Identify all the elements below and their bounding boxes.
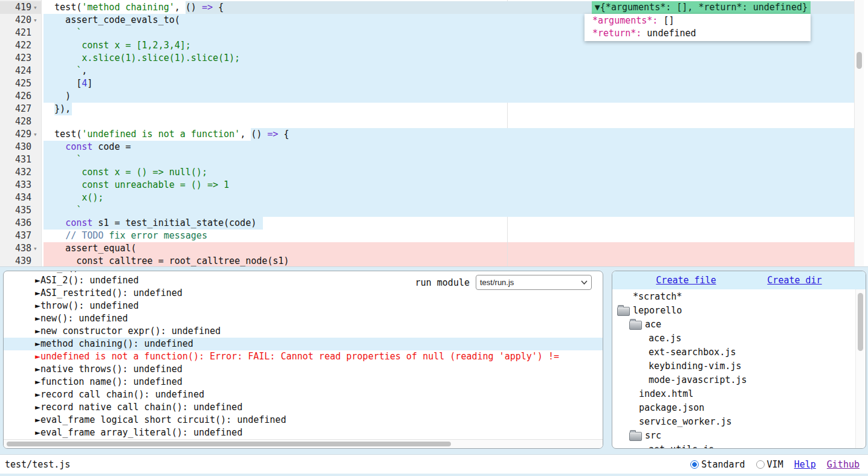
code-token: }), (44, 103, 71, 114)
test-result-item[interactable]: ►eval_frame logical short circuit(): und… (4, 414, 603, 426)
test-result-item[interactable]: ►new(): undefined (4, 312, 603, 325)
gutter-cell: 426 (0, 90, 41, 103)
vim-radio-label: VIM (767, 459, 783, 470)
inspector-row[interactable]: *return*: undefined (585, 27, 811, 40)
run-module-bar: run module test/run.js (415, 275, 592, 290)
code-line[interactable]: ` (44, 204, 82, 217)
gutter-cell: 434 (0, 191, 41, 204)
inspector-popup: *arguments*: [] *return*: undefined (585, 14, 811, 41)
code-line[interactable]: `, (44, 65, 87, 77)
inspector-key: *return*: (587, 28, 641, 39)
tree-item-label: ext-searchbox.js (649, 346, 736, 359)
tree-scrollbar-thumb[interactable] (858, 293, 863, 351)
code-line[interactable]: x(); (44, 191, 103, 204)
inspector-value: undefined (641, 28, 696, 39)
chevron-down-icon (581, 280, 588, 285)
code-token: code = (92, 141, 131, 152)
fold-arrow-icon[interactable]: ▾ (33, 1, 40, 14)
keybinding-vim-radio[interactable]: VIM (756, 459, 783, 470)
tree-folder[interactable]: src (612, 429, 857, 442)
gutter-cell: 428 (0, 115, 41, 128)
code-line[interactable]: const code = (44, 141, 131, 153)
code-token: () (251, 129, 267, 140)
code-token: 4 (82, 78, 87, 89)
line-number: 436 (0, 217, 31, 230)
code-token: const calltree = root_calltree_node(s1) (44, 256, 289, 266)
code-token: s1 = test_initial_state(code) (92, 217, 256, 228)
code-line[interactable]: assert_code_evals_to( (44, 14, 180, 27)
test-result-item[interactable]: ►throw(): undefined (4, 300, 603, 312)
github-link[interactable]: Github (827, 459, 860, 470)
test-result-item[interactable]: ►record call chain(): undefined (4, 388, 603, 401)
create-file-link[interactable]: Create file (656, 275, 716, 286)
code-line[interactable]: }), (44, 103, 71, 115)
inspector-value: [] (658, 15, 674, 26)
line-highlight-sel (251, 128, 854, 141)
folder-icon (629, 432, 642, 441)
tree-file[interactable]: keybinding-vim.js (612, 360, 857, 373)
test-result-item[interactable]: ►native throws(): undefined (4, 363, 603, 376)
gutter-cell: 432 (0, 166, 41, 179)
tree-file[interactable]: ext-searchbox.js (612, 346, 857, 359)
code-token: // TODO (65, 230, 103, 241)
tree-item-label: ace.js (649, 332, 681, 345)
code-line[interactable]: const s1 = test_initial_state(code) (44, 217, 256, 230)
tree-file[interactable]: ast_utils.js (612, 443, 857, 449)
test-result-item[interactable]: ►method chaining(): undefined (4, 338, 603, 350)
tree-file[interactable]: package.json (612, 402, 857, 414)
tree-folder[interactable]: ace (612, 318, 857, 331)
code-token: x(); (44, 192, 103, 203)
line-number: 421 (0, 27, 31, 39)
code-token: const (65, 141, 92, 152)
test-result-item[interactable]: ►undefined is not a function(): Error: F… (4, 350, 603, 363)
test-result-item[interactable]: ►new constructor expr(): undefined (4, 325, 603, 338)
run-module-selected-value: test/run.js (480, 278, 514, 287)
code-token (44, 141, 65, 152)
code-line[interactable]: ` (44, 153, 82, 166)
code-line[interactable]: const x = () => null(); (44, 166, 207, 179)
gutter-cell: 427 (0, 103, 41, 115)
tree-file[interactable]: index.html (612, 388, 857, 400)
run-module-select[interactable]: test/run.js (476, 275, 592, 290)
tree-file[interactable]: *scratch* (612, 291, 857, 303)
code-line[interactable]: assert_equal( (44, 242, 137, 255)
code-token: { (278, 129, 289, 140)
fold-arrow-icon[interactable]: ▾ (33, 14, 40, 27)
tree-folder[interactable]: leporello (612, 304, 857, 317)
tree-item-label: ast_utils.js (649, 443, 714, 449)
fold-arrow-icon[interactable]: ▾ (33, 242, 40, 255)
inspector-summary[interactable]: ▼{*arguments*: [], *return*: undefined} (592, 1, 811, 14)
code-line[interactable]: const x = [1,2,3,4]; (44, 39, 191, 52)
line-number: 432 (0, 166, 31, 179)
keybinding-standard-radio[interactable]: Standard (690, 459, 745, 470)
editor-scrollbar-thumb[interactable] (857, 52, 862, 69)
line-number: 434 (0, 191, 31, 204)
help-link[interactable]: Help (794, 459, 816, 470)
current-file-path: test/test.js (5, 459, 70, 470)
tree-file[interactable]: mode-javascript.js (612, 374, 857, 387)
code-line[interactable]: const unreachable = () => 1 (44, 179, 229, 191)
code-line[interactable]: ` (44, 27, 82, 39)
line-highlight-sel (44, 204, 854, 217)
fold-arrow-icon[interactable]: ▾ (33, 128, 40, 141)
test-result-item[interactable]: ►function name(): undefined (4, 376, 603, 388)
code-line[interactable]: test('method chaining', () => { (44, 1, 224, 14)
inspector-row[interactable]: *arguments*: [] (585, 14, 811, 27)
create-dir-link[interactable]: Create dir (767, 275, 821, 286)
results-horizontal-scrollbar-thumb[interactable] (7, 442, 451, 446)
code-line[interactable]: test('undefined is not a function', () =… (44, 128, 289, 141)
code-line[interactable]: const calltree = root_calltree_node(s1) (44, 255, 289, 267)
gutter-cell: 423 (0, 52, 41, 65)
code-editor[interactable]: 419▾ test('method chaining', () => {420▾… (0, 0, 868, 267)
test-result-item[interactable]: ►eval_frame array_literal(): undefined (4, 426, 603, 439)
code-line[interactable]: ) (44, 90, 71, 103)
line-number: 420 (0, 14, 31, 27)
tree-item-label: src (645, 429, 661, 442)
code-token: const (65, 217, 92, 228)
tree-file[interactable]: service_worker.js (612, 416, 857, 428)
code-line[interactable]: // TODO fix error messages (44, 230, 207, 242)
tree-file[interactable]: ace.js (612, 332, 857, 345)
test-result-item[interactable]: ►record native call chain(): undefined (4, 401, 603, 414)
code-line[interactable]: [4] (44, 77, 92, 90)
code-line[interactable]: x.slice(1).slice(1).slice(1); (44, 52, 240, 65)
